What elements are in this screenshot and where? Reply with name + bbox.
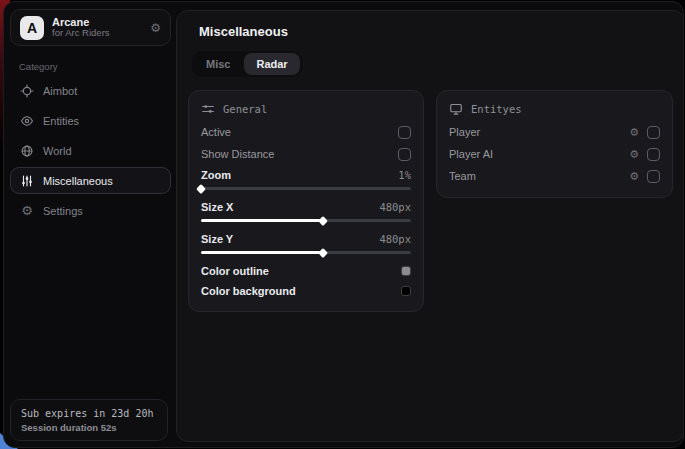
player-ai-row: Player AI ⚙ xyxy=(449,143,660,165)
monitor-icon xyxy=(449,102,463,116)
size-x-slider[interactable] xyxy=(201,219,411,222)
panels-row: General Active Show Distance Zoom 1% xyxy=(188,90,673,312)
subscription-card: Sub expires in 23d 20h Session duration … xyxy=(10,399,168,441)
color-outline-swatch[interactable] xyxy=(401,266,411,276)
show-distance-label: Show Distance xyxy=(201,148,274,160)
app-header-card: A Arcane for Arc Riders ⚙ xyxy=(10,9,171,46)
team-settings-gear-icon[interactable]: ⚙ xyxy=(629,170,639,183)
sidebar-item-entities[interactable]: Entities xyxy=(10,107,171,134)
crosshair-icon xyxy=(20,84,34,98)
sidebar-item-aimbot[interactable]: Aimbot xyxy=(10,77,171,104)
size-y-label: Size Y xyxy=(201,233,233,245)
player-ai-checkbox[interactable] xyxy=(647,148,660,161)
app-subtitle: for Arc Riders xyxy=(52,28,110,39)
eye-icon xyxy=(20,114,34,128)
tab-radar[interactable]: Radar xyxy=(244,53,299,75)
team-checkbox[interactable] xyxy=(647,170,660,183)
zoom-label: Zoom xyxy=(201,169,231,181)
entities-panel-header: Entityes xyxy=(449,102,660,116)
sidebar-item-label: Entities xyxy=(43,115,79,127)
sidebar-item-label: Aimbot xyxy=(43,85,77,97)
page-title: Miscellaneous xyxy=(199,24,684,39)
tune-icon xyxy=(201,102,215,116)
active-row: Active xyxy=(201,121,411,143)
app-logo: A xyxy=(20,16,44,40)
zoom-slider[interactable] xyxy=(201,187,411,190)
player-settings-gear-icon[interactable]: ⚙ xyxy=(629,126,639,139)
session-duration: Session duration 52s xyxy=(21,422,157,433)
size-y-slider[interactable] xyxy=(201,251,411,254)
zoom-row: Zoom 1% xyxy=(201,165,411,184)
settings-gear-icon[interactable]: ⚙ xyxy=(150,21,161,35)
zoom-slider-thumb[interactable] xyxy=(196,184,206,194)
app-window: A Arcane for Arc Riders ⚙ Category Aimbo… xyxy=(3,1,684,448)
player-label: Player xyxy=(449,126,480,138)
color-background-swatch[interactable] xyxy=(401,286,411,296)
subscription-expiry: Sub expires in 23d 20h xyxy=(21,408,157,419)
size-y-slider-thumb[interactable] xyxy=(318,248,328,258)
color-background-label: Color background xyxy=(201,285,296,297)
sidebar: A Arcane for Arc Riders ⚙ Category Aimbo… xyxy=(4,2,176,447)
size-y-row: Size Y 480px xyxy=(201,229,411,248)
size-x-row: Size X 480px xyxy=(201,197,411,216)
sidebar-item-world[interactable]: World xyxy=(10,137,171,164)
active-checkbox[interactable] xyxy=(398,126,411,139)
sidebar-item-label: Settings xyxy=(43,205,83,217)
color-outline-row: Color outline xyxy=(201,261,411,281)
team-label: Team xyxy=(449,170,476,182)
app-meta: Arcane for Arc Riders xyxy=(52,16,110,40)
entities-panel: Entityes Player ⚙ Player AI ⚙ xyxy=(436,90,673,198)
color-background-row: Color background xyxy=(201,281,411,301)
tab-bar: Misc Radar xyxy=(192,51,302,77)
globe-icon xyxy=(20,144,34,158)
sidebar-nav: Aimbot Entities World Miscellaneous xyxy=(4,77,176,224)
size-x-slider-fill xyxy=(201,219,323,222)
player-checkbox[interactable] xyxy=(647,126,660,139)
active-label: Active xyxy=(201,126,231,138)
category-label: Category xyxy=(19,61,176,72)
size-y-slider-fill xyxy=(201,251,323,254)
sidebar-item-settings[interactable]: ⚙ Settings xyxy=(10,197,171,224)
size-x-value: 480px xyxy=(379,201,411,213)
color-outline-label: Color outline xyxy=(201,265,269,277)
size-y-value: 480px xyxy=(379,233,411,245)
player-ai-label: Player AI xyxy=(449,148,493,160)
size-x-slider-thumb[interactable] xyxy=(318,216,328,226)
general-panel-header: General xyxy=(201,102,411,116)
player-row: Player ⚙ xyxy=(449,121,660,143)
show-distance-row: Show Distance xyxy=(201,143,411,165)
show-distance-checkbox[interactable] xyxy=(398,148,411,161)
zoom-value: 1% xyxy=(398,169,411,181)
sidebar-item-label: World xyxy=(43,145,72,157)
sliders-icon xyxy=(20,174,34,188)
player-ai-settings-gear-icon[interactable]: ⚙ xyxy=(629,148,639,161)
size-x-label: Size X xyxy=(201,201,233,213)
general-panel: General Active Show Distance Zoom 1% xyxy=(188,90,424,312)
general-panel-title: General xyxy=(223,103,267,115)
entities-panel-title: Entityes xyxy=(471,103,522,115)
main-content: Miscellaneous Misc Radar General Active xyxy=(176,10,684,442)
gear-icon: ⚙ xyxy=(20,204,34,218)
sidebar-item-miscellaneous[interactable]: Miscellaneous xyxy=(10,167,171,194)
sidebar-item-label: Miscellaneous xyxy=(43,175,113,187)
team-row: Team ⚙ xyxy=(449,165,660,187)
tab-misc[interactable]: Misc xyxy=(194,53,242,75)
